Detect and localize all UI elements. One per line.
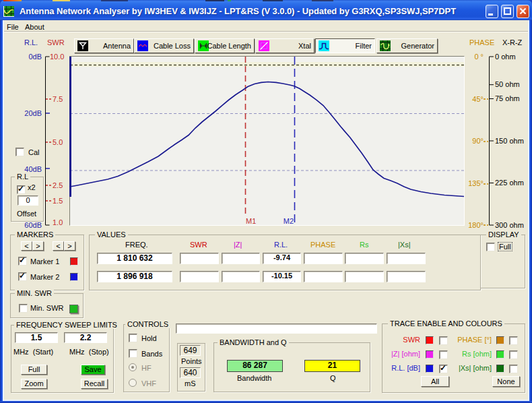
svg-text:M2: M2 — [284, 217, 294, 225]
svg-text:M1: M1 — [246, 217, 256, 225]
